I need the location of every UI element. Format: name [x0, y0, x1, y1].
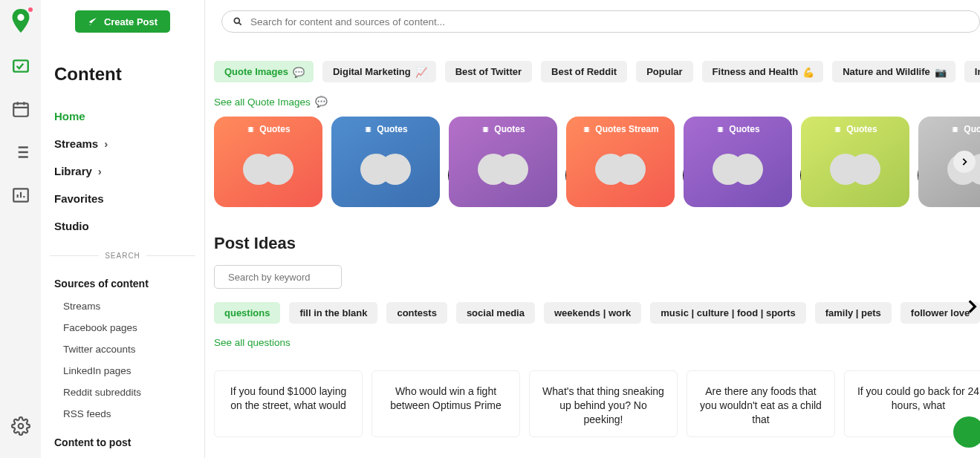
nav-streams[interactable]: Streams› [54, 130, 191, 157]
sources-heading: Sources of content [41, 272, 204, 295]
sources-list: Streams Facebook pages Twitter accounts … [41, 295, 204, 431]
idea-chips: questions fill in the blank contests soc… [210, 289, 980, 324]
keyword-search[interactable] [214, 265, 342, 289]
keyword-input[interactable] [228, 272, 353, 283]
nav-studio[interactable]: Studio [54, 212, 191, 240]
svg-rect-2 [13, 103, 28, 116]
stream-card[interactable]: Quotes QUOTES [331, 117, 440, 207]
source-streams[interactable]: Streams [63, 295, 191, 317]
nav-favorites[interactable]: Favorites [54, 185, 191, 212]
idea-card[interactable]: Are there any foods that you wouldn't ea… [687, 370, 835, 437]
rail-settings-icon[interactable] [11, 416, 30, 436]
muscle-icon: 💪 [802, 67, 813, 77]
search-input[interactable] [250, 16, 969, 27]
chip-best-twitter[interactable]: Best of Twitter [445, 61, 532, 82]
idea-card[interactable]: What's that thing sneaking up behind you… [529, 370, 678, 437]
chip-popular[interactable]: Popular [636, 61, 692, 82]
post-ideas-title: Post Ideas [214, 234, 980, 253]
stream-card[interactable]: Quotes QUOTES [214, 117, 322, 207]
camera-icon: 📷 [935, 67, 945, 77]
see-all-questions[interactable]: See all questions [214, 337, 291, 348]
svg-point-4 [18, 424, 23, 429]
create-post-label: Create Post [104, 16, 158, 27]
search-separator: SEARCH [50, 252, 195, 260]
icon-rail [0, 0, 41, 458]
idea-chips-next-button[interactable] [962, 297, 980, 316]
source-twitter[interactable]: Twitter accounts [63, 338, 191, 360]
stream-card[interactable]: Quotes "Daily Quotes" [449, 117, 557, 207]
nav-library[interactable]: Library› [54, 157, 191, 185]
chip-digital-marketing[interactable]: Digital Marketing📈 [322, 61, 436, 82]
chip-nature[interactable]: Nature and Wildlife📷 [832, 61, 955, 82]
rail-calendar-icon[interactable] [11, 99, 30, 119]
svg-point-0 [17, 14, 24, 21]
topic-chips: Quote Images💬 Digital Marketing📈 Best of… [210, 48, 980, 82]
idea-card[interactable]: If you found $1000 laying on the street,… [214, 370, 363, 437]
sidebar: Create Post Content Home Streams› Librar… [41, 0, 205, 458]
sidebar-nav: Home Streams› Library› Favorites Studio [41, 102, 204, 240]
speech-icon: 💬 [315, 96, 328, 108]
chip-weekends-work[interactable]: weekends | work [544, 302, 641, 324]
chip-music-culture[interactable]: music | culture | food | sports [650, 302, 805, 324]
stream-card[interactable]: Quotes HOME FITNESS [801, 117, 909, 207]
content-heading: Content to post [41, 431, 204, 454]
stream-card[interactable]: Quotes Stream QUOTES [566, 117, 675, 207]
chip-contests[interactable]: contests [386, 302, 447, 324]
chevron-right-icon: › [98, 165, 102, 177]
chip-quote-images[interactable]: Quote Images💬 [214, 61, 314, 82]
chip-fitness[interactable]: Fitness and Health💪 [702, 61, 824, 82]
chip-industries[interactable]: Industries [964, 61, 980, 82]
stream-cards-row: Quotes QUOTESQuotes QUOTESQuotes "Daily … [210, 117, 980, 207]
app-logo[interactable] [10, 9, 31, 33]
chart-icon: 📈 [415, 67, 426, 77]
source-facebook[interactable]: Facebook pages [63, 317, 191, 338]
notification-dot [27, 6, 34, 13]
sidebar-title: Content [54, 64, 204, 85]
chat-fab[interactable] [953, 416, 980, 448]
rail-list-icon[interactable] [11, 143, 30, 162]
svg-point-5 [234, 18, 239, 23]
source-linkedin[interactable]: LinkedIn pages [63, 360, 191, 382]
source-rss[interactable]: RSS feeds [63, 403, 191, 425]
chip-family-pets[interactable]: family | pets [815, 302, 892, 324]
chip-best-reddit[interactable]: Best of Reddit [541, 61, 627, 82]
see-all-quote-images[interactable]: See all Quote Images💬 [214, 96, 328, 108]
nav-home[interactable]: Home [54, 102, 191, 130]
chip-fill-blank[interactable]: fill in the blank [289, 302, 377, 324]
idea-cards-row: If you found $1000 laying on the street,… [210, 370, 980, 437]
create-post-button[interactable]: Create Post [75, 10, 170, 33]
chip-social-media[interactable]: social media [456, 302, 535, 324]
idea-card[interactable]: Who would win a fight between Optimus Pr… [371, 370, 520, 437]
stream-next-button[interactable] [953, 151, 976, 173]
source-reddit[interactable]: Reddit subreddits [63, 382, 191, 403]
stream-card[interactable]: Quotes ❝ [684, 117, 792, 207]
main-area: Quote Images💬 Digital Marketing📈 Best of… [205, 0, 980, 458]
global-search[interactable] [221, 10, 980, 33]
speech-icon: 💬 [293, 67, 303, 77]
rail-analytics-icon[interactable] [11, 186, 30, 205]
chip-questions[interactable]: questions [214, 302, 280, 324]
search-icon [233, 16, 243, 27]
rail-content-icon[interactable] [11, 56, 30, 76]
chevron-right-icon: › [104, 137, 108, 150]
